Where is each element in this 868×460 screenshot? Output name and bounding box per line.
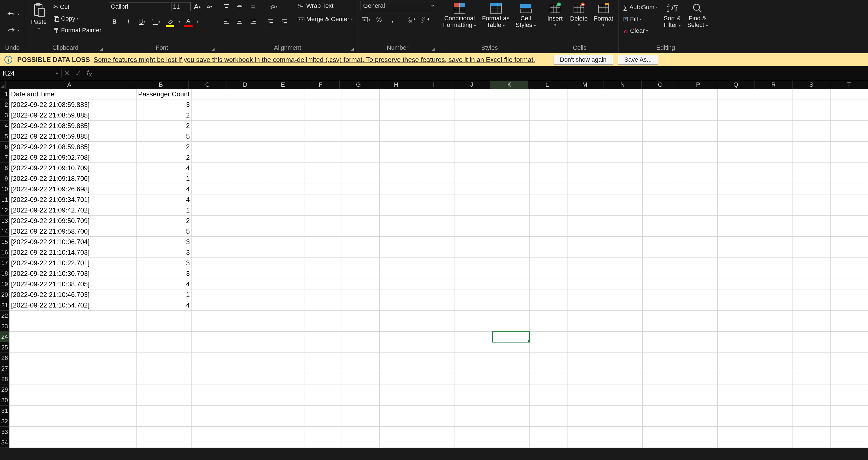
cell-G26[interactable] xyxy=(342,353,379,363)
cell-G27[interactable] xyxy=(342,363,379,374)
cell-D29[interactable] xyxy=(229,384,267,395)
cell-H10[interactable] xyxy=(380,184,417,195)
cell-O34[interactable] xyxy=(643,437,680,448)
cell-M16[interactable] xyxy=(567,247,605,258)
cell-H16[interactable] xyxy=(380,247,417,258)
cell-P10[interactable] xyxy=(680,184,718,195)
cell-D23[interactable] xyxy=(229,321,267,332)
cell-O8[interactable] xyxy=(643,163,680,173)
column-header-P[interactable]: P xyxy=(679,81,717,89)
cell-R11[interactable] xyxy=(755,195,793,205)
cell-L1[interactable] xyxy=(530,89,567,99)
cell-R1[interactable] xyxy=(755,89,793,99)
cell-F26[interactable] xyxy=(304,353,342,363)
align-top-button[interactable] xyxy=(221,1,232,12)
cell-G5[interactable] xyxy=(342,131,379,142)
cell-F23[interactable] xyxy=(304,321,342,332)
cell-S28[interactable] xyxy=(793,374,830,384)
cell-N24[interactable] xyxy=(605,332,642,342)
cell-L21[interactable] xyxy=(530,300,567,311)
cell-P19[interactable] xyxy=(680,279,718,289)
cell-J1[interactable] xyxy=(455,89,492,99)
cell-K9[interactable] xyxy=(492,173,530,184)
cell-Q32[interactable] xyxy=(718,416,755,427)
percent-button[interactable]: % xyxy=(373,14,384,25)
cell-F18[interactable] xyxy=(304,268,342,279)
cell-R14[interactable] xyxy=(755,226,793,237)
cell-H29[interactable] xyxy=(380,384,417,395)
cell-D25[interactable] xyxy=(229,342,267,353)
cell-C5[interactable] xyxy=(192,131,229,142)
cell-I1[interactable] xyxy=(417,89,455,99)
cell-M19[interactable] xyxy=(567,279,605,289)
cell-H2[interactable] xyxy=(380,99,417,110)
cell-B2[interactable]: 3 xyxy=(136,99,192,110)
row-header-19[interactable]: 19 xyxy=(0,279,9,289)
cell-D31[interactable] xyxy=(229,406,267,416)
format-dropdown-icon[interactable]: ▾ xyxy=(602,23,604,27)
cell-K34[interactable] xyxy=(492,437,530,448)
cell-L11[interactable] xyxy=(530,195,567,205)
cell-E19[interactable] xyxy=(267,279,304,289)
row-header-2[interactable]: 2 xyxy=(0,99,9,110)
cell-K23[interactable] xyxy=(492,321,530,332)
cell-N34[interactable] xyxy=(605,437,642,448)
cell-S14[interactable] xyxy=(793,226,830,237)
cell-R32[interactable] xyxy=(755,416,793,427)
cell-F6[interactable] xyxy=(304,142,342,152)
cell-P21[interactable] xyxy=(680,300,718,311)
cell-Q16[interactable] xyxy=(718,247,755,258)
cell-Q7[interactable] xyxy=(718,152,755,163)
cell-N9[interactable] xyxy=(605,173,642,184)
row-header-9[interactable]: 9 xyxy=(0,173,9,184)
underline-button[interactable]: U▾ xyxy=(137,16,148,27)
cell-E26[interactable] xyxy=(267,353,304,363)
cell-F5[interactable] xyxy=(304,131,342,142)
row-header-10[interactable]: 10 xyxy=(0,184,9,195)
column-header-M[interactable]: M xyxy=(566,81,604,89)
cell-N5[interactable] xyxy=(605,131,642,142)
cell-C23[interactable] xyxy=(192,321,229,332)
cell-P24[interactable] xyxy=(680,332,718,342)
cell-J3[interactable] xyxy=(455,110,492,120)
cell-O3[interactable] xyxy=(643,110,680,120)
cell-P26[interactable] xyxy=(680,353,718,363)
cell-R15[interactable] xyxy=(755,237,793,247)
column-header-D[interactable]: D xyxy=(226,81,264,89)
fill-dropdown-icon[interactable]: ▾ xyxy=(640,17,641,21)
cell-O21[interactable] xyxy=(643,300,680,311)
cell-L14[interactable] xyxy=(530,226,567,237)
cell-I14[interactable] xyxy=(417,226,455,237)
cell-M34[interactable] xyxy=(567,437,605,448)
cell-D33[interactable] xyxy=(229,427,267,437)
cell-P23[interactable] xyxy=(680,321,718,332)
cell-I15[interactable] xyxy=(417,237,455,247)
cell-R22[interactable] xyxy=(755,311,793,321)
cell-N19[interactable] xyxy=(605,279,642,289)
cell-A8[interactable]: [2022-09-22 21:09:10.709] xyxy=(9,163,136,173)
cell-O9[interactable] xyxy=(643,173,680,184)
cell-M3[interactable] xyxy=(567,110,605,120)
cell-T22[interactable] xyxy=(831,311,868,321)
cell-T20[interactable] xyxy=(831,289,868,300)
cell-J20[interactable] xyxy=(455,289,492,300)
bold-button[interactable]: B xyxy=(109,16,120,27)
cell-Q25[interactable] xyxy=(718,342,755,353)
cell-P9[interactable] xyxy=(680,173,718,184)
name-box[interactable] xyxy=(0,68,53,78)
cell-H21[interactable] xyxy=(380,300,417,311)
cell-J22[interactable] xyxy=(455,311,492,321)
clipboard-launcher-icon[interactable]: ◢ xyxy=(99,47,104,51)
cell-Q22[interactable] xyxy=(718,311,755,321)
cell-G20[interactable] xyxy=(342,289,379,300)
font-name-combo[interactable] xyxy=(109,2,170,11)
format-painter-button[interactable]: Format Painter xyxy=(52,26,103,35)
cell-H6[interactable] xyxy=(380,142,417,152)
cell-A34[interactable] xyxy=(9,437,136,448)
cell-R8[interactable] xyxy=(755,163,793,173)
cell-G12[interactable] xyxy=(342,205,379,215)
cell-D4[interactable] xyxy=(229,120,267,131)
cell-M4[interactable] xyxy=(567,120,605,131)
cell-A12[interactable]: [2022-09-22 21:09:42.702] xyxy=(9,205,136,215)
cell-K31[interactable] xyxy=(492,406,530,416)
